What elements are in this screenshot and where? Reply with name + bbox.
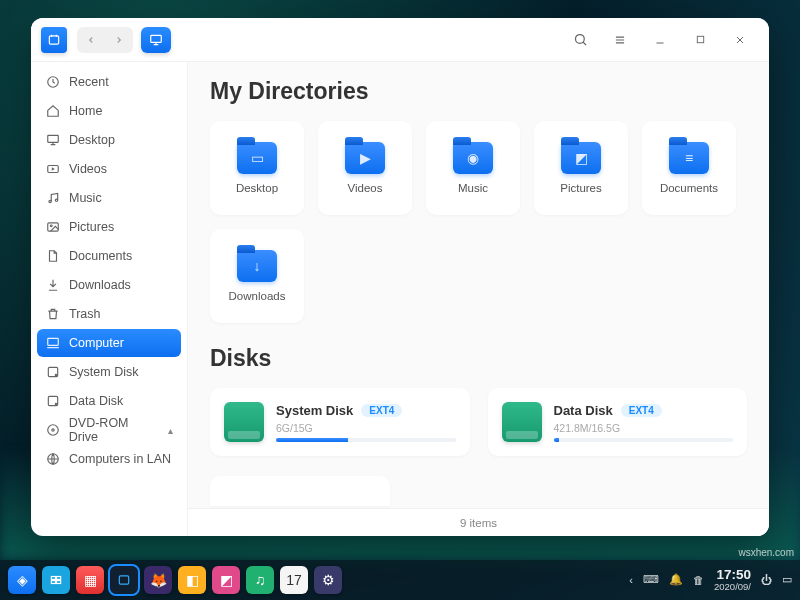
launcher-icon[interactable]: ◈ (8, 566, 36, 594)
file-manager-window: RecentHomeDesktopVideosMusicPicturesDocu… (31, 18, 769, 536)
clock-time: 17:50 (716, 568, 751, 582)
tray-notification-icon[interactable]: 🔔 (669, 573, 683, 586)
fs-badge: EXT4 (361, 404, 402, 417)
sidebar-item-documents[interactable]: Documents (37, 242, 181, 270)
app-icon (41, 27, 67, 53)
image-icon (45, 219, 61, 235)
directory-tile-desktop[interactable]: ▭Desktop (210, 121, 304, 215)
sidebar-item-label: Computers in LAN (69, 452, 171, 466)
nav-group (77, 27, 133, 53)
lan-icon (45, 451, 61, 467)
directory-tile-pictures[interactable]: ◩Pictures (534, 121, 628, 215)
sidebar-item-label: Computer (69, 336, 124, 350)
svg-rect-5 (48, 135, 59, 142)
folder-icon: ◉ (453, 142, 493, 174)
folder-icon: ▭ (237, 142, 277, 174)
sidebar-item-desktop[interactable]: Desktop (37, 126, 181, 154)
breadcrumb-computer[interactable] (141, 27, 171, 53)
directory-tile-downloads[interactable]: ↓Downloads (210, 229, 304, 323)
taskbar-music-icon[interactable]: ♫ (246, 566, 274, 594)
sidebar-item-computers-in-lan[interactable]: Computers in LAN (37, 445, 181, 473)
section-title-directories: My Directories (210, 78, 747, 105)
sidebar-item-dvd-rom-drive[interactable]: DVD-ROM Drive▴ (37, 416, 181, 444)
tile-label: Documents (660, 182, 718, 194)
taskbar-app-2[interactable]: ▦ (76, 566, 104, 594)
usage-bar (554, 438, 734, 442)
taskbar-app-1[interactable] (42, 566, 70, 594)
disk-card-system-disk[interactable]: System DiskEXT46G/15G (210, 388, 470, 456)
status-bar: 9 items (188, 508, 769, 536)
svg-point-2 (575, 35, 584, 44)
folder-icon: ◩ (561, 142, 601, 174)
section-title-disks: Disks (210, 345, 747, 372)
taskbar-settings-icon[interactable]: ⚙ (314, 566, 342, 594)
tray-keyboard-icon[interactable]: ⌨ (643, 573, 659, 586)
tray-chevron-left-icon[interactable]: ‹ (629, 574, 633, 586)
minimize-icon[interactable] (647, 27, 673, 53)
sidebar-item-label: Videos (69, 162, 107, 176)
sidebar-item-home[interactable]: Home (37, 97, 181, 125)
directories-grid: ▭Desktop▶Videos◉Music◩Pictures≡Documents… (210, 121, 747, 323)
tray-trash-icon[interactable]: 🗑 (693, 574, 704, 586)
svg-rect-1 (151, 35, 162, 42)
folder-icon: ↓ (237, 250, 277, 282)
tile-label: Pictures (560, 182, 602, 194)
disk-icon (502, 402, 542, 442)
directory-tile-documents[interactable]: ≡Documents (642, 121, 736, 215)
disks-row: System DiskEXT46G/15GData DiskEXT4421.8M… (210, 388, 747, 456)
disk-icon (45, 393, 61, 409)
disk-icon (224, 402, 264, 442)
maximize-icon[interactable] (687, 27, 713, 53)
directory-tile-videos[interactable]: ▶Videos (318, 121, 412, 215)
sidebar-item-downloads[interactable]: Downloads (37, 271, 181, 299)
sidebar-item-music[interactable]: Music (37, 184, 181, 212)
tile-label: Desktop (236, 182, 278, 194)
taskbar-calendar-icon[interactable]: 17 (280, 566, 308, 594)
main-content: My Directories ▭Desktop▶Videos◉Music◩Pic… (188, 62, 769, 536)
svg-point-16 (48, 425, 59, 436)
back-button[interactable] (77, 27, 105, 53)
svg-point-17 (52, 429, 54, 431)
tray-power-icon[interactable]: ⏻ (761, 574, 772, 586)
sidebar-item-pictures[interactable]: Pictures (37, 213, 181, 241)
tray-desktop-icon[interactable]: ▭ (782, 573, 792, 586)
close-icon[interactable] (727, 27, 753, 53)
clock-icon (45, 74, 61, 90)
sidebar-item-trash[interactable]: Trash (37, 300, 181, 328)
disk-card-data-disk[interactable]: Data DiskEXT4421.8M/16.5G (488, 388, 748, 456)
taskbar-app-3[interactable]: ◧ (178, 566, 206, 594)
sidebar-item-label: DVD-ROM Drive (69, 416, 160, 444)
menu-icon[interactable] (607, 27, 633, 53)
chevron-up-icon: ▴ (168, 425, 173, 436)
forward-button[interactable] (105, 27, 133, 53)
partial-tile (210, 476, 390, 506)
sidebar-item-computer[interactable]: Computer (37, 329, 181, 357)
disk-usage: 6G/15G (276, 422, 456, 434)
taskbar-firefox-icon[interactable]: 🦊 (144, 566, 172, 594)
svg-rect-20 (57, 577, 61, 580)
search-icon[interactable] (567, 27, 593, 53)
tile-label: Videos (348, 182, 383, 194)
sidebar-item-label: Data Disk (69, 394, 123, 408)
directory-tile-music[interactable]: ◉Music (426, 121, 520, 215)
sidebar-item-recent[interactable]: Recent (37, 68, 181, 96)
sidebar-item-label: Trash (69, 307, 101, 321)
svg-point-15 (55, 403, 56, 404)
svg-point-13 (55, 374, 56, 375)
sidebar-item-label: Pictures (69, 220, 114, 234)
taskbar-app-4[interactable]: ◩ (212, 566, 240, 594)
taskbar: ◈ ▦ 🦊 ◧ ◩ ♫ 17 ⚙ ‹ ⌨ 🔔 🗑 17:50 2020/09/ … (0, 560, 800, 600)
clock[interactable]: 17:50 2020/09/ (714, 568, 751, 592)
trash-icon (45, 306, 61, 322)
taskbar-file-manager-icon[interactable] (110, 566, 138, 594)
sidebar-item-label: Home (69, 104, 102, 118)
sidebar-item-system-disk[interactable]: System Disk (37, 358, 181, 386)
svg-rect-0 (49, 35, 58, 43)
disk-icon (45, 364, 61, 380)
svg-point-7 (49, 200, 51, 202)
sidebar-item-data-disk[interactable]: Data Disk (37, 387, 181, 415)
disk-name: Data Disk (554, 403, 613, 418)
svg-rect-23 (119, 576, 128, 584)
svg-point-8 (55, 199, 57, 201)
sidebar-item-videos[interactable]: Videos (37, 155, 181, 183)
